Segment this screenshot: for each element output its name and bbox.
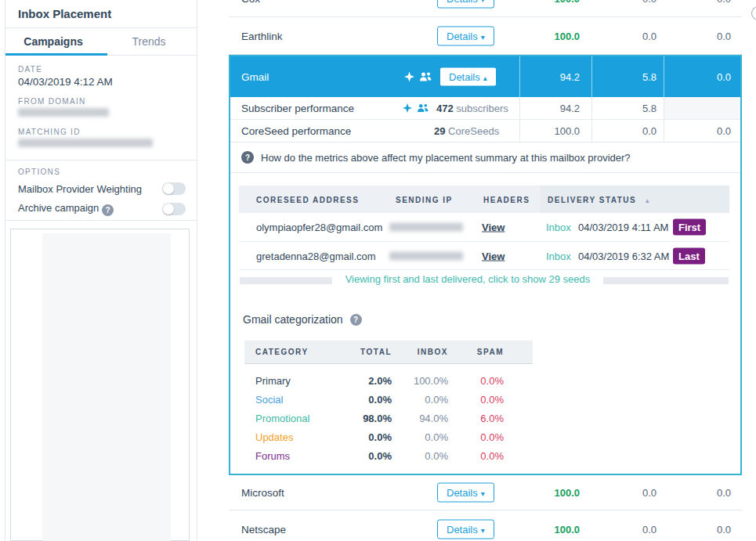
category-label: Primary [244,375,338,387]
col-delivery-status[interactable]: DELIVERY STATUS▲ [548,195,652,204]
date-value: 04/03/2019 4:12 AM [18,76,184,88]
provider-row-gmail: Gmail Details▴ 94.2 5.8 0.0 [230,56,740,97]
view-headers-link[interactable]: View [482,250,505,261]
col-total: TOTAL [338,348,392,356]
weighting-option-row: Mailbox Provider Weighting [18,179,186,199]
help-icon[interactable] [751,6,756,20]
email-preview-content-redacted [42,233,171,541]
placement-table: Cox Details▾ 100.0 0.0 0.0 Earthlink Det… [229,0,742,541]
tab-trends[interactable]: Trends [101,28,197,55]
chevron-down-icon: ▾ [481,0,485,3]
spam-value: 0.0% [448,450,504,462]
details-button-earthlink[interactable]: Details▾ [437,26,494,45]
missing-value: 0.0 [717,0,731,4]
details-button-microsoft[interactable]: Details▾ [437,483,494,503]
options-label: OPTIONS [18,168,186,176]
metrics-help-row[interactable]: ? How do the metrics above affect my pla… [230,142,740,173]
weighting-toggle[interactable] [162,182,186,195]
archive-toggle[interactable] [162,203,186,215]
inbox-value: 94.2 [560,71,580,83]
details-button-netscape[interactable]: Details▾ [437,520,494,539]
archive-label-text: Archive campaign [18,202,99,214]
spam-value: 0.0 [642,30,657,41]
gmail-categorization-title: Gmail categorization ? [243,313,362,326]
provider-name: Gmail [241,71,269,83]
view-headers-link[interactable]: View [482,222,505,233]
seed-address: gretadenna28@gmail.com [256,250,376,261]
collapsed-rows-bar [240,277,332,284]
total-value: 0.0% [338,431,392,443]
col-coreseed-address[interactable]: CORESEED ADDRESS [256,195,359,204]
total-value: 0.0% [338,450,392,462]
active-tab-underline [5,53,107,56]
matching-id-value-redacted [18,139,153,147]
coreseed-table: CORESEED ADDRESS SENDING IP HEADERS DELI… [239,186,729,270]
show-all-seeds-control[interactable]: Viewing first and last delivered, click … [239,273,729,287]
coreseed-count-number: 29 [434,125,445,137]
table-row: Social 0.0% 0.0% 0.0% [244,390,533,409]
col-sending-ip[interactable]: SENDING IP [396,195,453,204]
missing-value: 0.0 [717,71,731,83]
last-badge: Last [673,247,705,264]
table-row: gretadenna28@gmail.com View Inbox 04/03/… [239,242,729,270]
provider-row-cox: Cox Details▾ 100.0 0.0 0.0 [229,0,742,17]
archive-help-icon[interactable]: ? [102,204,114,216]
spam-value: 0.0 [642,524,657,536]
show-all-seeds-label[interactable]: Viewing first and last delivered, click … [332,273,603,285]
spam-value: 0.0 [642,125,657,137]
missing-value: 0.0 [717,125,731,137]
campaign-info: DATE 04/03/2019 4:12 AM FROM DOMAIN MATC… [5,56,197,160]
provider-name: Netscape [241,524,286,536]
row-label: Subscriber performance [241,103,354,114]
chevron-up-icon: ▴ [483,74,487,82]
tab-campaigns[interactable]: Campaigns [5,28,101,55]
delivery-time: 04/03/2019 6:32 AM [578,250,669,261]
provider-row-earthlink: Earthlink Details▾ 100.0 0.0 0.0 [229,17,742,55]
coreseed-table-header: CORESEED ADDRESS SENDING IP HEADERS DELI… [239,186,729,213]
missing-empty-cell [664,97,740,119]
provider-row-netscape: Netscape Details▾ 100.0 0.0 0.0 [229,510,742,541]
inbox-value: 0.0% [392,431,448,443]
matching-id-label: MATCHING ID [18,128,184,136]
details-button-cox[interactable]: Details▾ [437,0,494,8]
weighting-label: Mailbox Provider Weighting [18,183,142,195]
inbox-value: 100.0 [554,487,580,499]
coreseed-count: 29 CoreSeeds [434,125,499,137]
subscribers-icon [417,103,429,113]
archive-label: Archive campaign ? [18,202,114,216]
sparkle-icon [403,103,412,113]
email-preview-box[interactable] [10,229,190,541]
provider-name: Microsoft [241,487,284,499]
spam-value: 6.0% [448,413,504,424]
seed-address: olympiaopfer28@gmail.com [256,222,382,233]
col-headers[interactable]: HEADERS [483,195,530,204]
category-label: Social [244,394,338,406]
sidebar: Inbox Placement Campaigns Trends DATE 04… [5,0,197,541]
gmail-expanded-panel: Gmail Details▴ 94.2 5.8 0.0 Subscriber p… [229,55,742,475]
missing-value: 0.0 [717,524,731,536]
sending-ip-redacted [389,251,463,260]
inbox-value: 0.0% [392,450,448,462]
details-button-gmail[interactable]: Details▴ [439,67,497,87]
provider-name: Earthlink [241,30,283,41]
provider-name: Cox [241,0,260,4]
inbox-value: 100.0 [554,524,580,536]
categorization-help-icon[interactable]: ? [350,314,362,326]
sparkle-icon [404,72,414,82]
provider-row-microsoft: Microsoft Details▾ 100.0 0.0 0.0 [229,475,742,510]
from-domain-value-redacted [18,108,109,117]
inbox-value: 94.0% [392,413,448,424]
date-label: DATE [18,65,184,74]
coreseed-performance-row: CoreSeed performance 29 CoreSeeds 100.0 … [230,120,740,142]
category-label: Promotional [244,413,338,424]
subscriber-count-unit: subscribers [456,103,508,114]
chevron-down-icon: ▾ [481,32,485,41]
table-row: olympiaopfer28@gmail.com View Inbox 04/0… [239,213,729,242]
missing-value: 0.0 [717,30,731,41]
archive-option-row: Archive campaign ? [18,199,186,219]
table-row: Forums 0.0% 0.0% 0.0% [244,446,533,465]
sort-ascending-icon: ▲ [644,197,651,204]
first-badge: First [673,219,706,236]
spam-value: 0.0% [448,431,504,443]
category-label: Forums [244,450,338,462]
